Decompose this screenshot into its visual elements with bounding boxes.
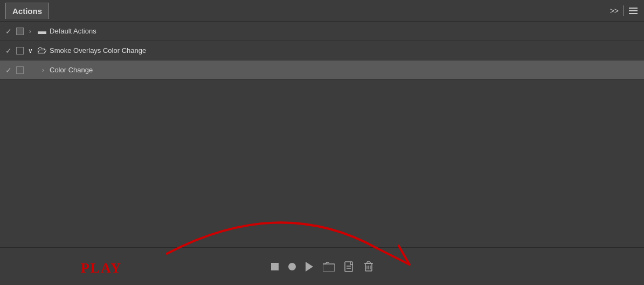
action-row[interactable]: ✓ ∨ 🗁 Smoke Overlays Color Change [0, 41, 644, 60]
header-right: >> [610, 5, 639, 16]
action-row[interactable]: ✓ › Color Change [0, 60, 644, 80]
action-label: Default Actions [50, 27, 641, 35]
svg-rect-0 [323, 264, 335, 272]
record-icon [288, 263, 296, 270]
expand-panel-icon[interactable]: >> [610, 6, 619, 15]
play-annotation-label: PLAY [81, 260, 122, 276]
expand-arrow-icon[interactable]: › [39, 66, 47, 74]
check-mark: ✓ [3, 27, 14, 36]
actions-panel: Actions >> ✓ › ▬ Default Actions ✓ ∨ 🗁 [0, 0, 644, 285]
action-checkbox[interactable] [16, 47, 24, 55]
new-action-button[interactable] [344, 261, 354, 272]
action-checkbox[interactable] [16, 66, 24, 74]
svg-rect-1 [345, 262, 352, 272]
action-row[interactable]: ✓ › ▬ Default Actions [0, 22, 644, 41]
delete-icon [364, 261, 373, 272]
panel-title: Actions [5, 3, 49, 19]
action-checkbox[interactable] [16, 28, 24, 35]
check-mark: ✓ [3, 66, 14, 74]
record-button[interactable] [288, 263, 296, 270]
action-label: Color Change [50, 66, 641, 74]
play-button[interactable] [306, 262, 313, 272]
new-set-button[interactable] [323, 262, 335, 272]
toolbar-buttons [271, 261, 373, 272]
delete-button[interactable] [364, 261, 373, 272]
expand-arrow-icon[interactable]: ∨ [26, 47, 34, 55]
folder-open-icon: 🗁 [37, 45, 47, 56]
panel-header: Actions >> [0, 0, 644, 22]
folder-icon: ▬ [37, 26, 47, 36]
header-divider [623, 5, 624, 16]
new-action-icon [344, 261, 354, 272]
panel-menu-icon[interactable] [628, 5, 639, 16]
check-mark: ✓ [3, 46, 14, 55]
action-list: ✓ › ▬ Default Actions ✓ ∨ 🗁 Smoke Overla… [0, 22, 644, 247]
stop-icon [271, 263, 279, 270]
panel-toolbar: PLAY [0, 247, 644, 285]
new-set-icon [323, 262, 335, 272]
play-icon [306, 262, 313, 272]
expand-arrow-icon[interactable]: › [26, 28, 34, 35]
stop-button[interactable] [271, 263, 279, 270]
action-label: Smoke Overlays Color Change [50, 46, 641, 55]
